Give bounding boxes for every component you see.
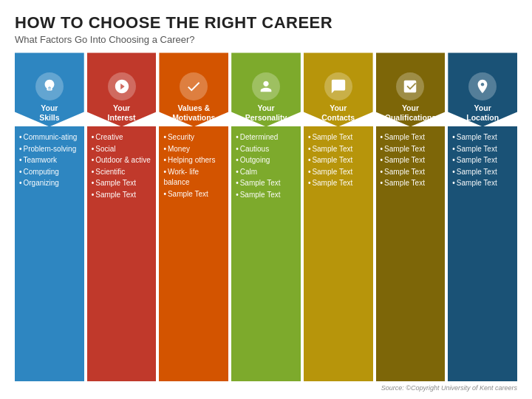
list-item: Sample Text: [308, 144, 369, 155]
list-item: Cautious: [236, 144, 296, 155]
col-body-interest: CreativeSocialOutdoor & activeScientific…: [87, 126, 157, 381]
col-header-contacts: YourContacts: [304, 52, 373, 126]
col-header-skills: YourSkills: [15, 52, 84, 126]
list-item: Outdoor & active: [92, 155, 152, 166]
list-item: Problem-solving: [19, 144, 80, 155]
col-header-personality: YourPersonality: [231, 52, 301, 126]
main-title: HOW TO CHOOSE THE RIGHT CAREER: [15, 13, 517, 33]
col-label-location: YourLocation: [463, 103, 502, 122]
list-item: Scientific: [92, 167, 152, 178]
list-item: Sample Text: [381, 144, 441, 155]
list-item: Organizing: [19, 178, 80, 189]
list-item: Sample Text: [308, 178, 369, 189]
list-item: Work- life balance: [163, 167, 224, 188]
col-label-skills: YourSkills: [36, 103, 62, 122]
list-item: Outgoing: [236, 155, 296, 166]
list-item: Sample Text: [452, 144, 513, 155]
subtitle: What Factors Go Into Choosing a Career?: [15, 34, 517, 45]
col-personality: YourPersonality DeterminedCautiousOutgoi…: [231, 52, 301, 381]
list-item: Sample Text: [163, 189, 224, 200]
list-item: Sample Text: [308, 155, 369, 166]
col-values: Values &Motivations SecurityMoneyHelping…: [159, 52, 228, 381]
list-item: Sample Text: [92, 178, 152, 189]
col-header-values: Values &Motivations: [159, 52, 228, 126]
col-qualifications: YourQualifications Sample TextSample Tex…: [376, 52, 446, 381]
list-item: Sample Text: [452, 132, 513, 143]
list-item: Sample Text: [452, 167, 513, 178]
list-item: Sample Text: [308, 167, 369, 178]
col-label-personality: YourPersonality: [242, 103, 290, 122]
col-list-values: SecurityMoneyHelping othersWork- life ba…: [163, 132, 224, 200]
col-location: YourLocation Sample TextSample TextSampl…: [448, 52, 517, 381]
col-icon-skills: [35, 72, 64, 100]
col-icon-contacts: [324, 72, 352, 100]
col-header-qualifications: YourQualifications: [376, 52, 446, 126]
list-item: Computing: [19, 167, 80, 178]
col-skills: YourSkills Communic-atingProblem-solving…: [15, 52, 84, 381]
col-body-values: SecurityMoneyHelping othersWork- life ba…: [159, 126, 228, 381]
list-item: Sample Text: [236, 190, 296, 201]
slide: HOW TO CHOOSE THE RIGHT CAREER What Fact…: [0, 0, 532, 399]
list-item: Calm: [236, 167, 296, 178]
col-label-values: Values &Motivations: [169, 103, 218, 122]
col-body-skills: Communic-atingProblem-solvingTeamworkCom…: [15, 126, 84, 381]
list-item: Sample Text: [381, 132, 441, 143]
list-item: Money: [163, 144, 224, 155]
col-header-interest: YourInterest: [87, 52, 157, 126]
col-icon-personality: [252, 72, 280, 100]
col-list-location: Sample TextSample TextSample TextSample …: [452, 132, 513, 189]
col-label-contacts: YourContacts: [318, 103, 358, 122]
list-item: Sample Text: [236, 178, 296, 189]
col-list-personality: DeterminedCautiousOutgoingCalmSample Tex…: [236, 132, 296, 200]
col-body-qualifications: Sample TextSample TextSample TextSample …: [376, 126, 446, 381]
source-line: Source: ©Copyright University of Kent ca…: [15, 384, 517, 392]
list-item: Social: [92, 144, 152, 155]
col-list-skills: Communic-atingProblem-solvingTeamworkCom…: [19, 132, 80, 189]
list-item: Sample Text: [381, 178, 441, 189]
col-body-contacts: Sample TextSample TextSample TextSample …: [304, 126, 373, 381]
col-list-qualifications: Sample TextSample TextSample TextSample …: [381, 132, 441, 189]
col-icon-interest: [108, 72, 136, 100]
col-contacts: YourContacts Sample TextSample TextSampl…: [304, 52, 373, 381]
col-body-personality: DeterminedCautiousOutgoingCalmSample Tex…: [231, 126, 301, 381]
col-list-interest: CreativeSocialOutdoor & activeScientific…: [92, 132, 152, 200]
col-interest: YourInterest CreativeSocialOutdoor & act…: [87, 52, 157, 381]
list-item: Sample Text: [92, 190, 152, 201]
col-label-interest: YourInterest: [105, 103, 139, 122]
columns-area: YourSkills Communic-atingProblem-solving…: [15, 52, 517, 381]
list-item: Security: [163, 132, 224, 143]
col-label-qualifications: YourQualifications: [382, 103, 439, 122]
list-item: Creative: [92, 132, 152, 143]
list-item: Sample Text: [308, 132, 369, 143]
col-body-location: Sample TextSample TextSample TextSample …: [448, 126, 517, 381]
list-item: Teamwork: [19, 155, 80, 166]
list-item: Determined: [236, 132, 296, 143]
list-item: Sample Text: [452, 155, 513, 166]
list-item: Sample Text: [381, 167, 441, 178]
col-list-contacts: Sample TextSample TextSample TextSample …: [308, 132, 369, 189]
list-item: Communic-ating: [19, 132, 80, 143]
col-header-location: YourLocation: [448, 52, 517, 126]
list-item: Helping others: [163, 155, 224, 166]
list-item: Sample Text: [452, 178, 513, 189]
list-item: Sample Text: [381, 155, 441, 166]
